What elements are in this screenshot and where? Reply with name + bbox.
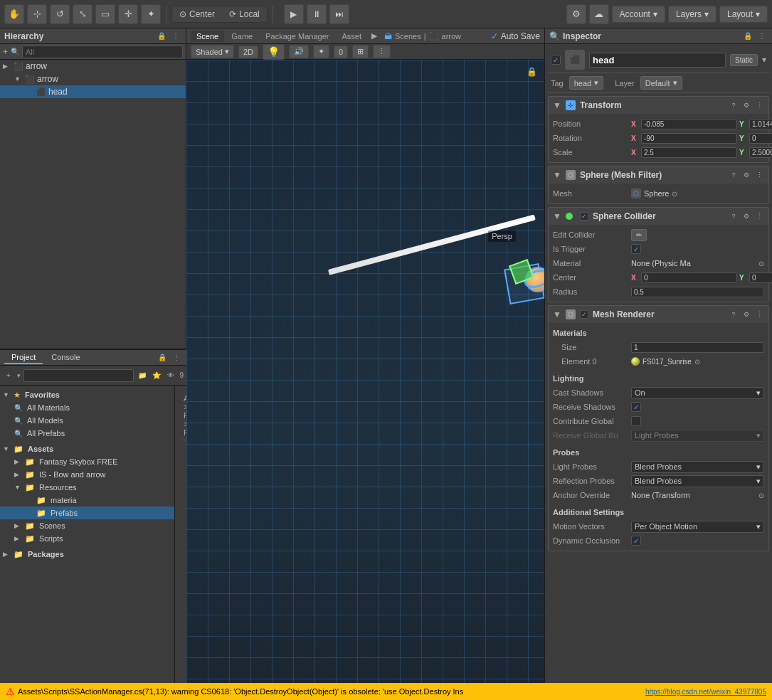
play-button[interactable]: ▶ — [284, 4, 304, 24]
tree-all-prefabs[interactable]: 🔍 All Prefabs — [0, 427, 174, 440]
project-search-input[interactable] — [23, 369, 134, 382]
material-link-icon[interactable]: ⊙ — [758, 260, 764, 267]
edit-collider-button[interactable]: ✏ — [631, 229, 647, 241]
object-name-field[interactable] — [589, 53, 726, 68]
tree-favorites[interactable]: ▼ ★ Favorites — [0, 388, 174, 401]
tree-assets[interactable]: ▼ 📁 Assets — [0, 442, 174, 455]
tree-is-bow-arrow[interactable]: ▶ 📁 IS - Bow and arrow — [0, 468, 174, 481]
tree-all-materials[interactable]: 🔍 All Materials — [0, 401, 174, 414]
step-button[interactable]: ⏭ — [329, 4, 349, 24]
2d-toggle[interactable]: 2D — [238, 46, 258, 58]
extra-tool-btn[interactable]: ✦ — [141, 4, 161, 24]
position-y-input[interactable] — [749, 119, 772, 129]
tab-package-manager[interactable]: Package Manager — [260, 31, 334, 42]
tab-more-icon[interactable]: ▶ — [371, 31, 377, 41]
mesh-filter-help-icon[interactable]: ? — [729, 170, 739, 180]
tree-scripts[interactable]: ▶ 📁 Scripts — [0, 532, 174, 545]
tree-fantasy-skybox[interactable]: ▶ 📁 Fantasy Skybox FREE — [0, 455, 174, 468]
hierarchy-item-root-arrow[interactable]: ▶ ⬛ arrow — [0, 60, 186, 73]
layers-button[interactable]: Layers ▾ — [668, 6, 717, 23]
extra-scene-btn[interactable]: ⋮ — [373, 45, 391, 58]
tree-prefabs[interactable]: ▶ 📁 Prefabs — [0, 507, 174, 519]
contribute-global-checkbox[interactable] — [631, 416, 641, 426]
lights-btn[interactable]: 💡 — [263, 44, 285, 60]
collider-menu-icon[interactable]: ⋮ — [754, 211, 764, 221]
move-tool-btn[interactable]: ⊹ — [27, 4, 47, 24]
layout-button[interactable]: Layout ▾ — [719, 6, 768, 23]
center-toggle[interactable]: ⊙ Center — [172, 6, 222, 22]
star-icon[interactable]: ⭐ — [151, 370, 162, 381]
rotate-tool-btn[interactable]: ↺ — [50, 4, 70, 24]
receive-global-dropdown[interactable]: Light Probes ▾ — [631, 430, 764, 442]
reflection-probes-dropdown[interactable]: Blend Probes ▾ — [631, 475, 764, 487]
auto-save-toggle[interactable]: ✓ Auto Save — [491, 31, 540, 41]
scale-x-input[interactable] — [641, 147, 737, 158]
eye-icon[interactable]: 👁 — [165, 370, 176, 381]
center-y-input[interactable] — [749, 272, 772, 283]
inspector-lock-icon[interactable]: 🔒 — [742, 31, 754, 42]
account-button[interactable]: Account ▾ — [612, 6, 665, 23]
motion-vectors-dropdown[interactable]: Per Object Motion ▾ — [631, 521, 764, 533]
center-x-input[interactable] — [641, 272, 737, 283]
renderer-settings-icon[interactable]: ⚙ — [741, 309, 751, 319]
layer-dropdown[interactable]: Default ▾ — [640, 76, 682, 90]
inspector-menu-icon[interactable]: ⋮ — [756, 31, 768, 42]
renderer-enabled-checkbox[interactable]: ✓ — [580, 310, 588, 319]
collider-enabled-checkbox[interactable]: ✓ — [580, 212, 588, 221]
shaded-dropdown[interactable]: Shaded ▾ — [191, 45, 234, 58]
hierarchy-search-input[interactable] — [22, 46, 183, 58]
add-asset-icon[interactable]: + — [3, 370, 14, 381]
transform-header[interactable]: ▼ ⊹ Transform ? ⚙ ⋮ — [549, 97, 768, 114]
rect-tool-btn[interactable]: ▭ — [95, 4, 115, 24]
tab-project[interactable]: Project — [4, 351, 43, 364]
static-chevron[interactable]: ▾ — [762, 55, 766, 65]
scene-viewport[interactable]: 🔒 — [186, 60, 544, 700]
rotation-x-input[interactable] — [641, 133, 737, 144]
cast-shadows-dropdown[interactable]: On ▾ — [631, 387, 764, 399]
dropdown-icon[interactable]: ▾ — [17, 372, 21, 379]
anchor-link-icon[interactable]: ⊙ — [758, 492, 764, 499]
hand-tool-btn[interactable]: ✋ — [4, 4, 24, 24]
transform-menu-icon[interactable]: ⋮ — [754, 100, 764, 110]
rotation-y-input[interactable] — [749, 133, 772, 144]
hierarchy-item-head[interactable]: ▶ ⬛ head — [0, 85, 186, 98]
tab-game[interactable]: Game — [226, 31, 258, 42]
object-active-checkbox[interactable]: ✓ — [551, 55, 561, 65]
renderer-menu-icon[interactable]: ⋮ — [754, 309, 764, 319]
mesh-filter-header[interactable]: ▼ ⬡ Sphere (Mesh Filter) ? ⚙ ⋮ — [549, 166, 768, 184]
tab-scene[interactable]: Scene — [191, 31, 224, 42]
viewport-lock-icon[interactable]: 🔒 — [527, 67, 537, 77]
collab-btn[interactable]: ⚙ — [566, 4, 586, 24]
tree-all-models[interactable]: 🔍 All Models — [0, 414, 174, 427]
hierarchy-item-arrow[interactable]: ▼ ⬛ arrow — [0, 73, 186, 85]
tree-packages[interactable]: ▶ 📁 Packages — [0, 548, 174, 561]
is-trigger-checkbox[interactable]: ✓ — [631, 244, 641, 254]
local-toggle[interactable]: ⟳ Local — [222, 6, 267, 22]
tree-scenes[interactable]: ▶ 📁 Scenes — [0, 519, 174, 532]
receive-shadows-checkbox[interactable]: ✓ — [631, 402, 641, 412]
cloud-btn[interactable]: ☁ — [589, 4, 609, 24]
effects-btn[interactable]: ✦ — [313, 45, 329, 58]
tab-console[interactable]: Console — [44, 351, 87, 364]
element0-link-icon[interactable]: ⊙ — [694, 358, 700, 366]
mesh-filter-menu-icon[interactable]: ⋮ — [754, 170, 764, 180]
mesh-filter-settings-icon[interactable]: ⚙ — [741, 170, 751, 180]
audio-btn[interactable]: 🔊 — [289, 45, 309, 58]
light-probes-dropdown[interactable]: Blend Probes ▾ — [631, 461, 764, 473]
tree-materia[interactable]: ▶ 📁 materia — [0, 494, 174, 507]
project-menu-icon[interactable]: ⋮ — [171, 352, 182, 364]
mesh-link-icon[interactable]: ⊙ — [672, 190, 677, 198]
mesh-renderer-header[interactable]: ▼ ⬡ ✓ Mesh Renderer ? ⚙ ⋮ — [549, 306, 768, 323]
collider-help-icon[interactable]: ? — [729, 211, 739, 221]
status-url[interactable]: https://blog.csdn.net/weixin_43977805 — [645, 688, 766, 696]
collider-settings-icon[interactable]: ⚙ — [741, 211, 751, 221]
pause-button[interactable]: ⏸ — [307, 4, 327, 24]
renderer-help-icon[interactable]: ? — [729, 309, 739, 319]
scale-tool-btn[interactable]: ⤡ — [73, 4, 92, 24]
radius-input[interactable] — [631, 287, 764, 297]
add-icon[interactable]: + — [3, 47, 8, 57]
transform-tool-btn[interactable]: ✛ — [118, 4, 138, 24]
project-lock-icon[interactable]: 🔒 — [157, 352, 168, 364]
transform-settings-icon[interactable]: ⚙ — [741, 100, 751, 110]
tab-asset[interactable]: Asset — [336, 31, 367, 42]
